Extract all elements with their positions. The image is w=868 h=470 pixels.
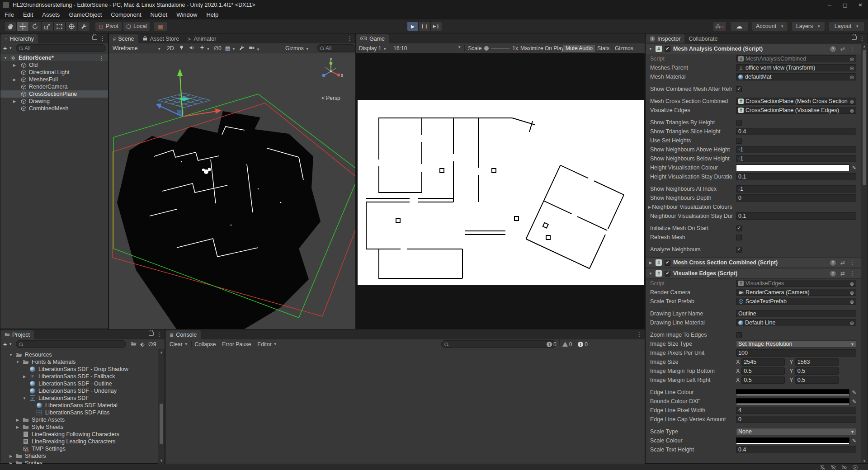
hierarchy-item-crosssectionplane[interactable]: CrossSectionPlane	[0, 90, 108, 98]
help-icon[interactable]: ?	[830, 271, 836, 277]
object-picker-icon[interactable]: ◎	[850, 66, 854, 70]
script-field[interactable]: #VisualiseEdges◎	[736, 280, 856, 287]
lighting-toggle-icon[interactable]	[179, 45, 184, 52]
project-item-tmp-settings[interactable]: {} TMP Settings	[0, 445, 165, 452]
edge-line-colour-swatch[interactable]	[736, 389, 849, 396]
pause-button[interactable]: ❙❙	[419, 21, 430, 31]
eyedropper-icon[interactable]: ✎	[852, 399, 856, 404]
scrollbar-thumb[interactable]	[863, 50, 866, 185]
initialize-mesh-checkbox[interactable]	[736, 226, 742, 231]
scale-text-prefab-field[interactable]: ScaleTextPrefab◎	[736, 298, 856, 305]
mesh-material-field[interactable]: defaultMat◎	[736, 73, 856, 80]
project-item-sdf-atlas[interactable]: LiberationSans SDF Atlas	[0, 409, 165, 416]
cache-disabled-icon[interactable]	[830, 465, 836, 470]
minimize-button[interactable]: ─	[822, 0, 837, 10]
foldout-closed-icon[interactable]: ▶	[648, 261, 653, 265]
show-triangles-checkbox[interactable]	[736, 120, 742, 126]
2d-toggle[interactable]: 2D	[167, 45, 174, 52]
local-toggle-button[interactable]: ⬡ Local	[123, 21, 150, 31]
tab-console[interactable]: ≣ Console	[165, 330, 201, 339]
object-picker-icon[interactable]: ◎	[850, 56, 854, 61]
neighbours-above-input[interactable]: -1	[736, 146, 856, 153]
presets-icon[interactable]: ⇄	[840, 259, 845, 266]
height-colour-swatch[interactable]	[736, 164, 849, 171]
kebab-menu-icon[interactable]: ⋮	[859, 35, 865, 42]
cloud-button[interactable]: ☁	[730, 21, 748, 31]
step-button[interactable]: ▶❙	[430, 21, 442, 31]
tab-project[interactable]: Project	[0, 330, 34, 339]
console-log-area[interactable]	[165, 349, 645, 464]
project-item-liberationsans-sdf[interactable]: ▼ F LiberationSans SDF	[0, 395, 165, 402]
hierarchy-item-rendercamera[interactable]: RenderCamera	[0, 83, 108, 90]
tab-scene[interactable]: # Scene	[109, 34, 138, 43]
rect-tool-button[interactable]	[53, 21, 66, 31]
foldout-closed-icon[interactable]: ▶	[647, 205, 652, 209]
project-scrollbar[interactable]: ▲ ▼	[158, 349, 165, 464]
menu-nuget[interactable]: NuGet	[146, 11, 172, 18]
hierarchy-item-meshesfull[interactable]: ▶ MeshesFull	[0, 76, 108, 83]
project-item-sdf-material[interactable]: LiberationSans SDF Material	[0, 402, 165, 409]
project-item-fonts-materials[interactable]: ▼ Fonts & Materials	[0, 358, 165, 366]
search-by-label-icon[interactable]: ⬖	[140, 341, 145, 348]
project-item-linebreaking-following[interactable]: LineBreaking Following Characters	[0, 431, 165, 438]
script-field[interactable]: #MeshAnalysisCombined◎	[736, 55, 856, 62]
component-enabled-checkbox[interactable]	[665, 46, 670, 52]
drawing-layer-name-input[interactable]: Outline	[736, 310, 856, 317]
project-item-dropshadow[interactable]: LiberationSans SDF - Drop Shadow	[0, 366, 165, 373]
margin-tb-x-input[interactable]: 0.5	[741, 367, 785, 375]
project-item-linebreaking-leading[interactable]: LineBreaking Leading Characters	[0, 438, 165, 445]
component-header-mesh-cross-section[interactable]: ▶ # Mesh Cross Section Combined (Script)…	[646, 257, 868, 268]
hierarchy-item-combinedmesh[interactable]: CombinedMesh	[0, 105, 108, 112]
bounds-colour-swatch[interactable]	[736, 398, 849, 405]
project-item-style-sheets[interactable]: ▶ Style Sheets	[0, 423, 165, 431]
component-enabled-checkbox[interactable]	[665, 271, 670, 277]
show-combined-mesh-checkbox[interactable]	[736, 86, 742, 92]
scene-viewport[interactable]: y x < Persp	[109, 53, 355, 329]
tab-asset-store[interactable]: Asset Store	[138, 34, 184, 43]
scene-tools-icon[interactable]	[239, 45, 245, 52]
presets-icon[interactable]: ⇄	[840, 270, 845, 277]
collab-button[interactable]: ⁂✕	[713, 21, 726, 31]
kebab-menu-icon[interactable]: ⋮	[347, 35, 353, 42]
grid-snap-button[interactable]: ▦	[154, 21, 167, 31]
project-item-sprite-assets[interactable]: ▶ Sprite Assets	[0, 416, 165, 423]
scene-camera-dropdown[interactable]: ▼	[249, 45, 260, 52]
slice-height-input[interactable]: 0.4	[736, 128, 856, 135]
effects-toggle-icon[interactable]: ▼	[199, 45, 210, 52]
foldout-open-icon[interactable]: ▼	[648, 47, 653, 51]
foldout-closed-icon[interactable]: ▶	[12, 99, 17, 103]
layers-dropdown[interactable]: Layers▼	[792, 21, 825, 31]
foldout-open-icon[interactable]: ▼	[3, 56, 8, 60]
custom-tool-button[interactable]	[78, 21, 90, 31]
eyedropper-icon[interactable]: ✎	[852, 390, 856, 395]
display-dropdown[interactable]: Display 1▼	[359, 45, 387, 52]
console-search-input[interactable]	[441, 340, 556, 348]
move-tool-button[interactable]	[17, 21, 29, 31]
hierarchy-item-directional-light[interactable]: Directional Light	[0, 69, 108, 76]
foldout-open-icon[interactable]: ▼	[15, 360, 20, 364]
scrollbar-thumb[interactable]	[160, 404, 163, 444]
use-set-heights-checkbox[interactable]	[736, 138, 742, 144]
tab-collaborate[interactable]: Collaborate	[684, 34, 722, 43]
search-by-type-icon[interactable]	[131, 341, 137, 348]
lock-icon[interactable]	[149, 332, 154, 336]
project-item-resources[interactable]: ▼ Resources	[0, 351, 165, 358]
cap-vertex-amount-input[interactable]: 0	[736, 416, 856, 423]
error-count-badge[interactable]: !0	[575, 339, 590, 349]
tab-animator[interactable]: ≻ Animator	[183, 34, 220, 43]
inspector-scrollbar[interactable]: ▲ ▼	[861, 43, 868, 464]
maximize-button[interactable]: ▢	[837, 0, 853, 10]
foldout-open-icon[interactable]: ▼	[648, 272, 653, 276]
foldout-open-icon[interactable]: ▼	[22, 396, 27, 400]
neighbour-stay-duration-input[interactable]: 0.1	[736, 212, 856, 220]
menu-file[interactable]: File	[0, 11, 19, 18]
kebab-menu-icon[interactable]: ⋮	[99, 55, 105, 61]
foldout-closed-icon[interactable]: ▶	[9, 454, 13, 458]
drawing-line-material-field[interactable]: Default-Line◎	[736, 319, 856, 326]
height-stay-duration-input[interactable]: 0.1	[736, 173, 856, 180]
tab-inspector[interactable]: i Inspector	[646, 34, 684, 43]
presets-icon[interactable]: ⇄	[840, 46, 845, 52]
eyedropper-icon[interactable]: ✎	[852, 438, 856, 444]
hierarchy-item-old[interactable]: ▶ Old	[0, 61, 108, 69]
project-item-shaders[interactable]: ▶ Shaders	[0, 452, 165, 460]
